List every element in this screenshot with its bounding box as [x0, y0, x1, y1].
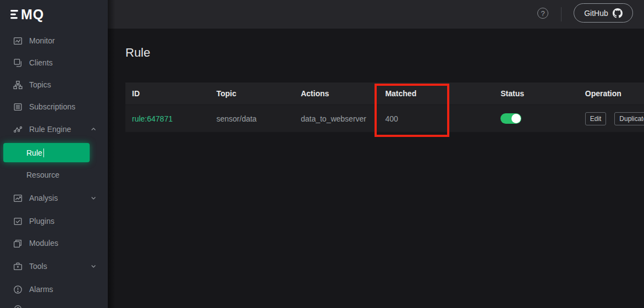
table-row: rule:647871 sensor/data data_to_webserve…	[125, 105, 644, 132]
sidebar-item-label: Rule Engine	[29, 125, 71, 134]
tools-icon	[13, 262, 23, 271]
rule-id-link[interactable]: rule:647871	[132, 114, 173, 123]
modules-icon	[13, 239, 23, 248]
column-header-operation: Operation	[579, 89, 644, 98]
rule-matched-count: 400	[378, 114, 494, 123]
sidebar-item-rule-engine[interactable]: Rule Engine	[0, 118, 108, 140]
sidebar-item-label: Topics	[29, 80, 51, 89]
column-header-matched: Matched	[378, 89, 494, 98]
sidebar-item-clients[interactable]: Clients	[0, 52, 108, 74]
sidebar-item-rule[interactable]: Rule	[3, 143, 90, 162]
rule-engine-icon	[13, 125, 23, 134]
sidebar-item-resource[interactable]: Resource	[0, 164, 108, 186]
sidebar-item-analysis[interactable]: Analysis	[0, 187, 108, 209]
sidebar-item-alarms[interactable]: Alarms	[0, 278, 108, 300]
sidebar-item-topics[interactable]: Topics	[0, 74, 108, 96]
settings-icon-partial[interactable]	[13, 304, 23, 308]
chevron-up-icon	[90, 126, 97, 133]
sidebar-item-label: Analysis	[29, 194, 58, 202]
clients-icon	[13, 58, 23, 68]
column-header-status: Status	[494, 89, 578, 98]
alarms-icon	[13, 285, 23, 294]
table-header-row: ID Topic Actions Matched Status Operatio…	[125, 82, 644, 105]
column-header-id: ID	[125, 89, 210, 98]
analysis-icon	[13, 194, 23, 203]
sidebar-item-monitor[interactable]: Monitor	[0, 30, 108, 52]
topics-icon	[13, 80, 23, 90]
emq-logo[interactable]: MQ	[10, 7, 44, 23]
sidebar-item-plugins[interactable]: Plugins	[0, 210, 108, 232]
github-button-label: GitHub	[584, 9, 608, 18]
toggle-knob	[511, 114, 521, 123]
rule-actions: data_to_webserver	[294, 114, 378, 123]
subscriptions-icon	[13, 102, 23, 112]
sidebar-shadow	[108, 0, 115, 308]
emq-logo-bars-icon	[10, 10, 19, 19]
github-button[interactable]: GitHub	[574, 3, 633, 23]
rule-topic: sensor/data	[210, 114, 294, 123]
sidebar-item-label: Resource	[26, 170, 59, 179]
topbar-divider	[561, 7, 562, 21]
page-title: Rule	[125, 46, 150, 60]
sidebar-item-label: Monitor	[29, 36, 55, 45]
emqx-dashboard: ? GitHub MQ Monitor	[0, 0, 644, 308]
column-header-actions: Actions	[294, 89, 378, 98]
topbar	[108, 0, 644, 29]
sidebar-item-label: Modules	[29, 239, 58, 248]
sidebar-item-modules[interactable]: Modules	[0, 232, 108, 254]
sidebar-item-label: Rule	[26, 148, 42, 157]
rule-table: ID Topic Actions Matched Status Operatio…	[125, 82, 644, 132]
column-header-topic: Topic	[210, 89, 294, 98]
sidebar-item-label: Tools	[29, 262, 47, 271]
monitor-icon	[13, 36, 23, 46]
logo-text: MQ	[21, 7, 44, 23]
plugins-icon	[13, 217, 23, 226]
duplicate-button[interactable]: Duplicate	[614, 112, 644, 125]
sidebar-item-subscriptions[interactable]: Subscriptions	[0, 96, 108, 118]
status-toggle[interactable]	[500, 113, 521, 124]
sidebar-item-label: Plugins	[29, 217, 54, 226]
sidebar-item-label: Subscriptions	[29, 102, 75, 111]
edit-button[interactable]: Edit	[585, 112, 607, 125]
sidebar-item-label: Clients	[29, 58, 53, 67]
sidebar: MQ Monitor Clients Topics Subscriptions	[0, 0, 108, 308]
github-icon	[613, 8, 623, 18]
chevron-down-icon	[90, 263, 97, 270]
text-caret	[43, 148, 45, 157]
sidebar-item-tools[interactable]: Tools	[0, 255, 108, 277]
chevron-down-icon	[90, 195, 97, 201]
sidebar-item-label: Alarms	[29, 285, 53, 294]
help-icon[interactable]: ?	[537, 8, 548, 19]
